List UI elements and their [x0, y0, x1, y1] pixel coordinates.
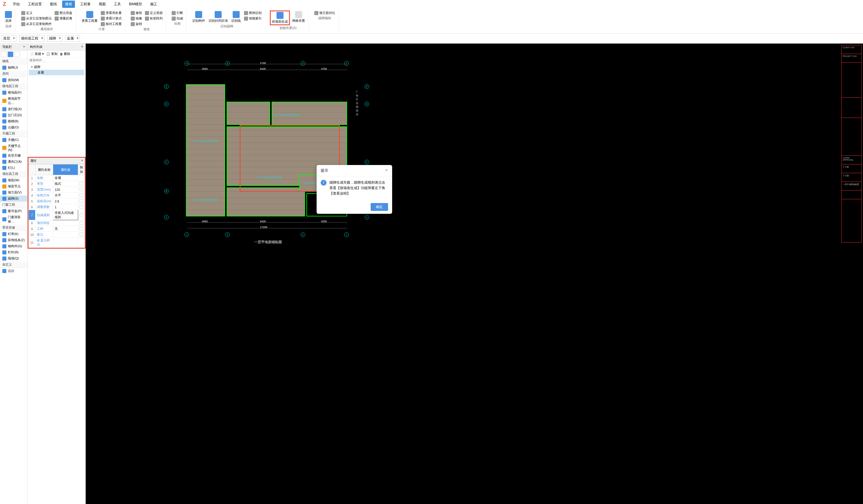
nav-item[interactable]: 轴网(J) [0, 64, 27, 71]
close-icon[interactable]: × [23, 45, 25, 49]
verify-qty-button[interactable]: 核对工程量 [100, 22, 123, 26]
nav-item[interactable]: 窗帘盒(P) [0, 208, 27, 214]
props-row-value[interactable] [53, 232, 78, 238]
tab-start[interactable]: 开始 [10, 1, 23, 8]
legend-identify-button[interactable]: 图例识别 [243, 11, 263, 15]
nav-item[interactable]: 钢构件(G) [0, 243, 27, 249]
checkbox[interactable] [79, 188, 83, 191]
nav-item[interactable]: 楼梯(B) [0, 118, 27, 124]
checkbox[interactable] [79, 182, 83, 185]
props-row-attach[interactable] [78, 192, 85, 198]
tab-view[interactable]: 视图 [96, 1, 109, 8]
tab-project-settings[interactable]: 工程设置 [25, 1, 45, 8]
props-row[interactable]: 5底标高(m)2.8 [29, 198, 85, 204]
tree-root[interactable]: 踢脚 [29, 64, 84, 70]
tab-quantity[interactable]: 工程量 [77, 1, 93, 8]
tab-bim[interactable]: BIM模型 [126, 1, 145, 8]
checkbox[interactable] [79, 227, 83, 230]
nav-item[interactable]: 隔墙(Q) [0, 255, 27, 262]
nav-item[interactable]: 波打线(X) [0, 106, 27, 112]
props-row[interactable]: 11⊞ 显示样式 [29, 238, 85, 248]
tree-child-metal[interactable]: 金属 [29, 70, 84, 75]
props-row-attach[interactable] [78, 238, 85, 248]
props-row[interactable]: 3宽度(mm)120 [29, 187, 85, 192]
measure-button[interactable]: 测量距离 [54, 16, 73, 21]
nav-item[interactable]: 点(I) [0, 268, 27, 274]
nav-item[interactable]: 装饰线条(Z) [0, 237, 27, 243]
nav-item[interactable]: 墙面节点 [0, 183, 27, 189]
mirror-button[interactable]: 镜像 [130, 16, 143, 21]
props-row[interactable]: 10备注 [29, 232, 85, 238]
close-icon[interactable]: × [81, 159, 83, 163]
delete-button[interactable]: 🗑 删除 [60, 52, 70, 56]
props-row-value[interactable] [53, 238, 78, 248]
props-row-attach[interactable] [78, 175, 85, 181]
nav-item[interactable]: 墙面(W) [0, 177, 27, 183]
nav-item[interactable]: 栏杆(R) [0, 249, 27, 255]
nav-item[interactable]: 天棚节点(N) [0, 143, 27, 152]
tab-construction[interactable]: 施工 [147, 1, 160, 8]
smart-index-button[interactable]: 智能索引 [243, 16, 263, 21]
props-row[interactable]: 7扣减规则非嵌入式扣减规则 [29, 210, 85, 220]
deduct-button[interactable]: 扣减 [171, 16, 184, 21]
section-button[interactable]: 定义剪面 [144, 11, 164, 15]
checkbox[interactable] [79, 193, 83, 197]
nav-item[interactable]: 房间(M) [0, 77, 27, 83]
subcategory-selector[interactable]: 踢脚 [47, 35, 62, 42]
identify-line-button[interactable]: 识别线 [230, 11, 242, 24]
checkbox[interactable] [79, 213, 83, 216]
nav-item[interactable]: 天棚(C) [0, 137, 27, 143]
props-row-attach[interactable] [78, 181, 85, 187]
wall-elev-pos-button[interactable]: 墙立面对位 [313, 11, 336, 15]
new-button[interactable]: 📄 新建 ▾ [30, 52, 44, 56]
props-row-value[interactable]: 线式 [53, 181, 78, 187]
view-mode-3[interactable] [14, 51, 20, 57]
props-row-attach[interactable] [78, 210, 85, 220]
copy-comp-button[interactable]: 从其它层复制构件 [20, 22, 53, 26]
nav-item[interactable]: 踢脚(S) [0, 196, 27, 202]
props-row[interactable]: 4绘制方向水平 [29, 192, 85, 198]
props-row-value[interactable]: 金属 [53, 175, 78, 181]
tab-drawings[interactable]: 图纸 [47, 1, 60, 8]
props-row-value[interactable]: 2.8 [53, 198, 78, 204]
checkbox[interactable] [79, 221, 83, 225]
nav-item[interactable]: 楼地面节点… [0, 96, 27, 106]
props-row[interactable]: 9工种无 [29, 226, 85, 232]
props-row[interactable]: 6调整系数1 [29, 204, 85, 210]
view-qty-button[interactable]: 查看工程量 [80, 11, 99, 24]
nav-item[interactable]: 墙立面(V) [0, 189, 27, 196]
type-selector[interactable]: 金属 [65, 35, 80, 42]
tab-modeling[interactable]: 建模 [62, 1, 75, 8]
category-selector[interactable]: 墙柱面工程 [19, 35, 45, 42]
nav-item[interactable]: 楼地面(F) [0, 89, 27, 96]
copy-button[interactable]: 📋 复制 [46, 52, 58, 56]
props-row-attach[interactable] [78, 198, 85, 204]
identify-area-button[interactable]: 识别封闭区域 [208, 11, 229, 24]
elem-save-button[interactable]: 图元存盘 [54, 11, 73, 15]
props-row[interactable]: 2类型线式 [29, 181, 85, 187]
by-wall-generate-button[interactable]: 按墙面生成 [270, 11, 290, 25]
props-row[interactable]: 1名称金属 [29, 175, 85, 181]
formula-button[interactable]: 查看计算式 [100, 16, 123, 21]
dialog-close-button[interactable]: ✕ [385, 168, 388, 173]
nav-item[interactable]: 点缀(O) [0, 124, 27, 130]
props-row-attach[interactable] [78, 187, 85, 192]
nav-item[interactable]: 灯带(K) [0, 231, 27, 237]
grid-layout-button[interactable]: 网格布置 [291, 11, 306, 24]
dialog-ok-button[interactable]: 确定 [371, 203, 388, 211]
view-mode-2[interactable] [8, 51, 13, 57]
select-button[interactable]: 选择 [4, 11, 13, 24]
view-mode-1[interactable] [1, 51, 7, 57]
props-row-value[interactable]: 120 [53, 187, 78, 192]
props-row-value[interactable] [53, 220, 78, 226]
props-row-attach[interactable] [78, 204, 85, 210]
rotate-button[interactable]: 旋转 [130, 22, 143, 26]
floor-selector[interactable]: 首层 [1, 35, 16, 42]
tab-tools[interactable]: 工具 [111, 1, 124, 8]
nav-item[interactable]: 过门石(D) [0, 112, 27, 118]
define-button[interactable]: 定义 [20, 11, 53, 15]
component-search[interactable] [28, 58, 85, 63]
perimeter-button[interactable]: 查看周长量 [100, 11, 123, 15]
close-icon[interactable]: × [81, 45, 83, 49]
canvas[interactable]: 4 3 2 1 4 3 2 1 E D C B A E D C B A [86, 43, 863, 504]
